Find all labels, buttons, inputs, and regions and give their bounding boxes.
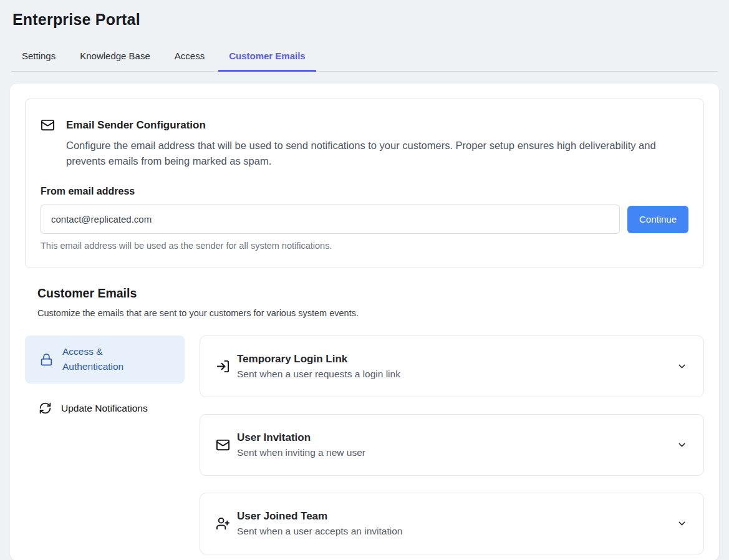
tab-settings[interactable]: Settings xyxy=(11,44,66,72)
chevron-down-icon[interactable] xyxy=(677,440,687,450)
template-text: Temporary Login Link Sent when a user re… xyxy=(237,353,400,380)
template-subtitle: Sent when a user accepts an invitation xyxy=(237,526,402,537)
config-card-description: Configure the email address that will be… xyxy=(66,138,674,169)
page-title: Enterprise Portal xyxy=(12,11,717,29)
chevron-down-icon[interactable] xyxy=(677,361,687,372)
sidebar-item-access-authentication[interactable]: Access & Authentication xyxy=(25,336,185,383)
from-email-label: From email address xyxy=(41,186,688,197)
customer-emails-section-title: Customer Emails xyxy=(37,286,704,301)
email-sender-configuration-card: Email Sender Configuration Configure the… xyxy=(25,99,704,268)
template-user-joined-team[interactable]: User Joined Team Sent when a user accept… xyxy=(200,493,704,554)
email-category-sidebar: Access & Authentication Update Notificat… xyxy=(25,336,185,422)
sidebar-item-label: Access & Authentication xyxy=(62,344,147,374)
template-temporary-login-link[interactable]: Temporary Login Link Sent when a user re… xyxy=(200,336,704,397)
chevron-down-icon[interactable] xyxy=(677,518,687,529)
sidebar-item-update-notifications[interactable]: Update Notifications xyxy=(25,395,185,422)
template-subtitle: Sent when a user requests a login link xyxy=(237,369,400,380)
mail-icon xyxy=(41,118,55,132)
customer-emails-section-description: Customize the emails that are sent to yo… xyxy=(37,308,704,318)
user-plus-icon xyxy=(216,516,230,531)
tab-access[interactable]: Access xyxy=(164,44,215,72)
template-title: User Joined Team xyxy=(237,510,402,523)
template-user-invitation[interactable]: User Invitation Sent when inviting a new… xyxy=(200,414,704,476)
template-title: User Invitation xyxy=(237,432,365,444)
tab-bar: Settings Knowledge Base Access Customer … xyxy=(11,44,718,72)
tab-customer-emails[interactable]: Customer Emails xyxy=(218,44,316,72)
tab-knowledge-base[interactable]: Knowledge Base xyxy=(69,44,161,72)
email-input-row: Continue xyxy=(41,205,688,234)
template-subtitle: Sent when inviting a new user xyxy=(237,447,365,458)
continue-button[interactable]: Continue xyxy=(627,206,688,233)
email-helper-text: This email address will be used as the s… xyxy=(41,241,688,251)
log-in-icon xyxy=(216,359,230,374)
config-card-header: Email Sender Configuration xyxy=(41,118,688,132)
refresh-icon xyxy=(39,402,52,415)
sidebar-item-label: Update Notifications xyxy=(61,401,148,416)
customer-emails-grid: Access & Authentication Update Notificat… xyxy=(25,336,704,554)
template-text: User Invitation Sent when inviting a new… xyxy=(237,432,365,458)
template-text: User Joined Team Sent when a user accept… xyxy=(237,510,402,537)
email-template-list: Temporary Login Link Sent when a user re… xyxy=(200,336,704,554)
from-email-input[interactable] xyxy=(41,205,620,234)
customer-emails-panel: Email Sender Configuration Configure the… xyxy=(10,84,719,560)
mail-icon xyxy=(216,438,230,452)
page-header: Enterprise Portal xyxy=(0,0,729,29)
lock-icon xyxy=(40,353,53,366)
template-title: Temporary Login Link xyxy=(237,353,400,365)
config-card-title: Email Sender Configuration xyxy=(66,119,206,132)
